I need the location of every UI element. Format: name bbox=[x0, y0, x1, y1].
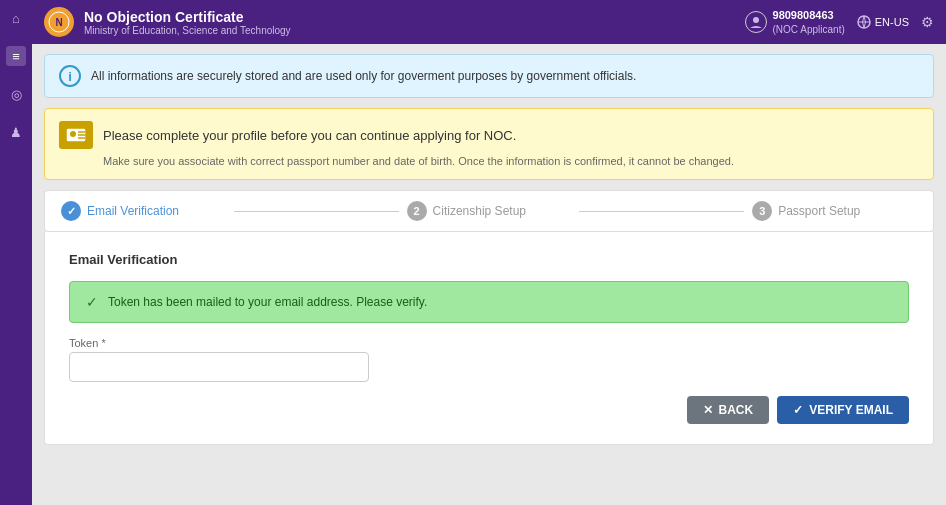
token-label: Token * bbox=[69, 337, 369, 349]
warning-banner-top: Please complete your profile before you … bbox=[59, 121, 919, 149]
header-logo: N bbox=[44, 7, 74, 37]
warning-text: Make sure you associate with correct pas… bbox=[59, 155, 919, 167]
step-citizenship-label: Citizenship Setup bbox=[433, 204, 526, 218]
settings-icon[interactable]: ⚙ bbox=[921, 14, 934, 30]
step-passport: 3 Passport Setup bbox=[752, 201, 917, 221]
content-area: i All informations are securely stored a… bbox=[32, 44, 946, 505]
user-phone: 9809808463 bbox=[773, 8, 845, 22]
globe-icon bbox=[857, 15, 871, 29]
header: N No Objection Certificate Ministry of E… bbox=[32, 0, 946, 44]
svg-point-5 bbox=[70, 131, 76, 137]
sidebar-icon-home[interactable]: ⌂ bbox=[6, 8, 26, 28]
info-banner: i All informations are securely stored a… bbox=[44, 54, 934, 98]
svg-text:N: N bbox=[55, 17, 62, 28]
token-input-wrapper: Token * bbox=[69, 337, 369, 382]
step-citizenship-circle: 2 bbox=[407, 201, 427, 221]
sidebar: ⌂ ≡ ◎ ♟ bbox=[0, 0, 32, 505]
header-right: 9809808463 (NOC Applicant) EN-US ⚙ bbox=[745, 8, 934, 35]
sidebar-icon-document[interactable]: ≡ bbox=[6, 46, 26, 66]
app-title: No Objection Certificate bbox=[84, 9, 291, 25]
app-subtitle: Ministry of Education, Science and Techn… bbox=[84, 25, 291, 36]
back-icon: ✕ bbox=[703, 403, 713, 417]
warning-banner: Please complete your profile before you … bbox=[44, 108, 934, 180]
back-button-label: BACK bbox=[719, 403, 754, 417]
step-passport-circle: 3 bbox=[752, 201, 772, 221]
step-email-circle: ✓ bbox=[61, 201, 81, 221]
checkmark-icon: ✓ bbox=[86, 294, 98, 310]
verify-email-button[interactable]: ✓ VERIFY EMAIL bbox=[777, 396, 909, 424]
header-title-block: No Objection Certificate Ministry of Edu… bbox=[84, 9, 291, 36]
token-input[interactable] bbox=[69, 352, 369, 382]
info-icon: i bbox=[59, 65, 81, 87]
warning-icon-box bbox=[59, 121, 93, 149]
form-card: Email Verification ✓ Token has been mail… bbox=[44, 232, 934, 445]
back-button[interactable]: ✕ BACK bbox=[687, 396, 770, 424]
user-silhouette-icon bbox=[749, 15, 763, 29]
step-email: ✓ Email Verification bbox=[61, 201, 226, 221]
steps-bar: ✓ Email Verification 2 Citizenship Setup… bbox=[44, 190, 934, 232]
step-citizenship: 2 Citizenship Setup bbox=[407, 201, 572, 221]
language-label: EN-US bbox=[875, 16, 909, 28]
info-text: All informations are securely stored and… bbox=[91, 69, 636, 83]
success-alert: ✓ Token has been mailed to your email ad… bbox=[69, 281, 909, 323]
verify-icon: ✓ bbox=[793, 403, 803, 417]
success-message: Token has been mailed to your email addr… bbox=[108, 295, 427, 309]
form-buttons: ✕ BACK ✓ VERIFY EMAIL bbox=[69, 396, 909, 424]
svg-point-2 bbox=[753, 17, 759, 23]
warning-title: Please complete your profile before you … bbox=[103, 128, 516, 143]
user-avatar-icon bbox=[745, 11, 767, 33]
logo-emblem: N bbox=[48, 11, 70, 33]
step-passport-label: Passport Setup bbox=[778, 204, 860, 218]
verify-button-label: VERIFY EMAIL bbox=[809, 403, 893, 417]
step-line-2 bbox=[579, 211, 744, 212]
sidebar-icon-user[interactable]: ♟ bbox=[6, 122, 26, 142]
language-selector[interactable]: EN-US bbox=[857, 15, 909, 29]
header-user[interactable]: 9809808463 (NOC Applicant) bbox=[745, 8, 845, 35]
main-area: N No Objection Certificate Ministry of E… bbox=[32, 0, 946, 505]
step-email-label: Email Verification bbox=[87, 204, 179, 218]
profile-warning-icon bbox=[65, 125, 87, 145]
form-section-title: Email Verification bbox=[69, 252, 909, 267]
sidebar-icon-globe[interactable]: ◎ bbox=[6, 84, 26, 104]
step-line-1 bbox=[234, 211, 399, 212]
user-role: (NOC Applicant) bbox=[773, 23, 845, 36]
user-info: 9809808463 (NOC Applicant) bbox=[773, 8, 845, 35]
